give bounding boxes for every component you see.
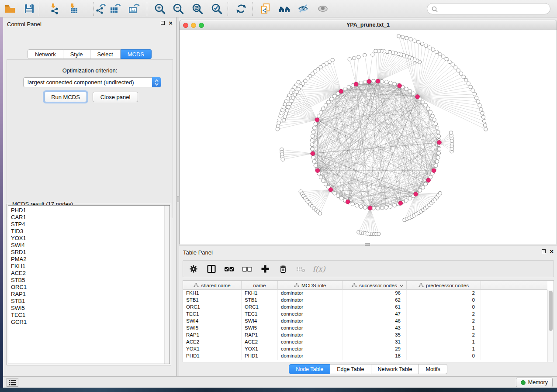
graph-node[interactable]: [438, 52, 442, 56]
graph-node[interactable]: [429, 110, 432, 114]
memory-status-button[interactable]: Memory: [516, 378, 553, 387]
table-cell[interactable]: 0: [407, 297, 481, 304]
table-row[interactable]: YOX1YOX1connector291: [183, 346, 547, 353]
graph-node[interactable]: [276, 127, 279, 131]
graph-node[interactable]: [310, 147, 314, 151]
mcds-result-item[interactable]: SRD1: [8, 249, 164, 256]
network-graph[interactable]: [180, 30, 557, 244]
graph-node[interactable]: [329, 97, 333, 101]
table-cell[interactable]: TEC1: [242, 311, 278, 318]
graph-node[interactable]: [431, 48, 435, 51]
table-cell[interactable]: 46: [343, 318, 407, 325]
graph-node-dominator[interactable]: [415, 95, 420, 99]
mcds-result-list[interactable]: PHD1CAR1STP4TID3YOX1SWI4SRD1PMA2FKH1ACE2…: [8, 205, 170, 364]
table-cell[interactable]: YOX1: [242, 346, 278, 353]
graph-node[interactable]: [436, 155, 440, 159]
table-cell[interactable]: 2: [407, 318, 481, 325]
table-cell[interactable]: TEC1: [183, 311, 242, 318]
graph-node[interactable]: [312, 160, 316, 164]
mcds-result-item[interactable]: PMA2: [8, 256, 164, 263]
add-column-button[interactable]: [260, 264, 270, 274]
delete-column-button[interactable]: [278, 264, 288, 274]
mcds-result-item[interactable]: CAR1: [8, 214, 164, 221]
graph-node[interactable]: [327, 100, 331, 104]
graph-node-dominator[interactable]: [315, 168, 320, 173]
table-cell[interactable]: SWI4: [242, 318, 278, 325]
column-header-MCDS-role[interactable]: MCDS role: [278, 281, 343, 290]
table-row[interactable]: SWI4SWI4dominator462: [183, 318, 547, 325]
graph-node[interactable]: [336, 194, 340, 198]
vertical-split-divider[interactable]: [176, 17, 179, 376]
close-panel-icon[interactable]: ×: [169, 21, 173, 25]
table-cell[interactable]: ORC1: [242, 304, 278, 311]
graph-node[interactable]: [363, 80, 367, 84]
graph-node[interactable]: [434, 122, 438, 126]
zoom-selected-button[interactable]: [210, 3, 223, 15]
network-window-titlebar[interactable]: YPA_prune.txt_1: [180, 20, 557, 30]
graph-node[interactable]: [437, 134, 441, 138]
graph-node[interactable]: [314, 122, 318, 126]
graph-node[interactable]: [405, 87, 408, 91]
graph-node[interactable]: [359, 81, 363, 85]
table-row[interactable]: STB1STB1dominator620: [183, 297, 547, 304]
graph-node[interactable]: [380, 206, 384, 210]
graph-node[interactable]: [376, 206, 380, 210]
table-cell[interactable]: dominator: [278, 304, 343, 311]
hide-selection-button[interactable]: [297, 3, 310, 15]
graph-node[interactable]: [424, 44, 428, 47]
graph-node[interactable]: [347, 85, 351, 89]
graph-node[interactable]: [424, 103, 428, 107]
close-panel-button[interactable]: Close panel: [93, 92, 138, 102]
table-scrollbar[interactable]: [547, 290, 554, 362]
graph-node[interactable]: [324, 182, 328, 186]
graph-node[interactable]: [284, 112, 287, 115]
table-cell[interactable]: STB1: [183, 297, 242, 304]
graph-node[interactable]: [464, 78, 468, 82]
graph-node[interactable]: [481, 115, 485, 119]
graph-node[interactable]: [314, 164, 318, 168]
table-cell[interactable]: 61: [343, 304, 407, 311]
show-all-button[interactable]: [316, 3, 329, 15]
graph-node[interactable]: [401, 35, 405, 39]
graph-node[interactable]: [421, 186, 425, 189]
graph-node[interactable]: [413, 39, 416, 42]
graph-node[interactable]: [352, 56, 356, 60]
table-cell[interactable]: 2: [407, 332, 481, 339]
graph-node[interactable]: [348, 58, 351, 61]
graph-node[interactable]: [393, 203, 397, 207]
graph-node[interactable]: [282, 118, 286, 122]
table-cell[interactable]: 1: [407, 346, 481, 353]
graph-node[interactable]: [432, 118, 436, 122]
table-cell[interactable]: dominator: [278, 290, 343, 297]
column-header-name[interactable]: name: [242, 281, 278, 290]
graph-node[interactable]: [363, 53, 367, 57]
table-cell[interactable]: SWI4: [183, 318, 242, 325]
graph-node[interactable]: [408, 196, 412, 200]
table-row[interactable]: ACE2ACE2connector311: [183, 339, 547, 346]
table-cell[interactable]: 62: [343, 297, 407, 304]
graph-node[interactable]: [281, 158, 284, 161]
graph-node[interactable]: [448, 60, 451, 63]
graph-node[interactable]: [436, 130, 440, 134]
graph-node[interactable]: [435, 126, 439, 130]
graph-node[interactable]: [483, 124, 487, 127]
table-row[interactable]: ORC1ORC1dominator610: [183, 304, 547, 311]
table-cell[interactable]: SWI5: [242, 325, 278, 332]
mcds-result-item[interactable]: SWI5: [8, 305, 164, 312]
table-cell[interactable]: FKH1: [183, 290, 242, 297]
mcds-result-item[interactable]: STP4: [8, 221, 164, 228]
table-row[interactable]: PHD1PHD1dominator180: [183, 353, 547, 360]
zoom-fit-button[interactable]: [191, 3, 204, 15]
float-panel-icon[interactable]: [161, 21, 165, 25]
graph-node[interactable]: [481, 111, 484, 115]
graph-node-dominator[interactable]: [311, 151, 315, 156]
graph-node[interactable]: [435, 160, 439, 164]
graph-node[interactable]: [312, 126, 316, 130]
graph-node[interactable]: [479, 107, 483, 111]
table-cell[interactable]: 2: [407, 311, 481, 318]
graph-node[interactable]: [469, 85, 472, 89]
search-input[interactable]: [427, 3, 550, 14]
float-panel-icon[interactable]: [542, 249, 546, 253]
graph-node[interactable]: [445, 57, 448, 61]
tab-node-table[interactable]: Node Table: [289, 364, 330, 374]
